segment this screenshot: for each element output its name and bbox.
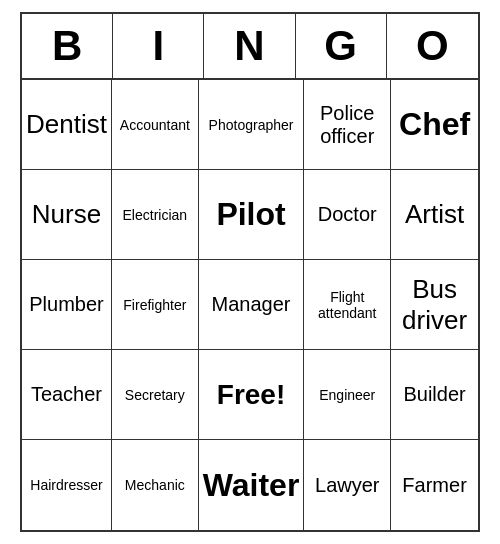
cell-text-r1-c3: Doctor	[318, 203, 377, 226]
cell-text-r3-c2: Free!	[217, 379, 285, 411]
header-letter-I: I	[113, 14, 204, 78]
cell-text-r3-c3: Engineer	[319, 387, 375, 403]
cell-text-r1-c1: Electrician	[123, 207, 188, 223]
bingo-card: BINGO DentistAccountantPhotographerPolic…	[20, 12, 480, 532]
header-letter-G: G	[296, 14, 387, 78]
cell-text-r2-c3: Flight attendant	[308, 289, 386, 321]
cell-r3-c2: Free!	[199, 350, 305, 440]
cell-text-r4-c3: Lawyer	[315, 474, 379, 497]
cell-text-r0-c0: Dentist	[26, 109, 107, 140]
cell-r3-c4: Builder	[391, 350, 478, 440]
cell-r1-c4: Artist	[391, 170, 478, 260]
cell-text-r1-c4: Artist	[405, 199, 464, 230]
cell-text-r3-c4: Builder	[403, 383, 465, 406]
header-letter-O: O	[387, 14, 478, 78]
cell-text-r3-c0: Teacher	[31, 383, 102, 406]
cell-r0-c0: Dentist	[22, 80, 112, 170]
cell-r0-c1: Accountant	[112, 80, 199, 170]
cell-r2-c0: Plumber	[22, 260, 112, 350]
cell-r4-c0: Hairdresser	[22, 440, 112, 530]
cell-text-r2-c0: Plumber	[29, 293, 103, 316]
cell-r4-c2: Waiter	[199, 440, 305, 530]
cell-text-r0-c2: Photographer	[209, 117, 294, 133]
cell-text-r4-c1: Mechanic	[125, 477, 185, 493]
cell-r2-c4: Bus driver	[391, 260, 478, 350]
cell-r2-c2: Manager	[199, 260, 305, 350]
header-letter-B: B	[22, 14, 113, 78]
cell-r1-c3: Doctor	[304, 170, 391, 260]
bingo-grid: DentistAccountantPhotographerPolice offi…	[22, 80, 478, 530]
cell-text-r4-c4: Farmer	[402, 474, 466, 497]
cell-text-r2-c4: Bus driver	[395, 274, 474, 336]
cell-r1-c2: Pilot	[199, 170, 305, 260]
cell-r2-c1: Firefighter	[112, 260, 199, 350]
cell-r4-c1: Mechanic	[112, 440, 199, 530]
cell-r4-c4: Farmer	[391, 440, 478, 530]
cell-text-r1-c2: Pilot	[216, 196, 285, 233]
cell-text-r4-c2: Waiter	[203, 467, 300, 504]
bingo-header: BINGO	[22, 14, 478, 80]
cell-r1-c1: Electrician	[112, 170, 199, 260]
cell-r2-c3: Flight attendant	[304, 260, 391, 350]
cell-text-r2-c2: Manager	[212, 293, 291, 316]
cell-text-r0-c1: Accountant	[120, 117, 190, 133]
cell-r0-c3: Police officer	[304, 80, 391, 170]
cell-text-r3-c1: Secretary	[125, 387, 185, 403]
cell-text-r2-c1: Firefighter	[123, 297, 186, 313]
cell-r3-c3: Engineer	[304, 350, 391, 440]
cell-text-r0-c3: Police officer	[308, 102, 386, 148]
cell-text-r1-c0: Nurse	[32, 199, 101, 230]
cell-r0-c2: Photographer	[199, 80, 305, 170]
cell-r3-c0: Teacher	[22, 350, 112, 440]
cell-text-r4-c0: Hairdresser	[30, 477, 102, 493]
cell-r4-c3: Lawyer	[304, 440, 391, 530]
cell-r3-c1: Secretary	[112, 350, 199, 440]
cell-r0-c4: Chef	[391, 80, 478, 170]
cell-text-r0-c4: Chef	[399, 106, 470, 143]
cell-r1-c0: Nurse	[22, 170, 112, 260]
header-letter-N: N	[204, 14, 295, 78]
